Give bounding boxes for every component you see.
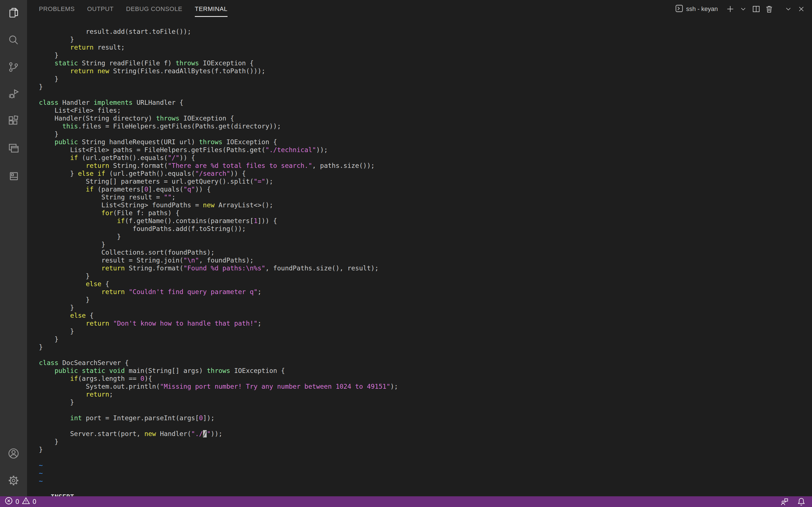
sidebar-item-settings[interactable] <box>0 467 27 495</box>
sidebar-item-search[interactable] <box>0 27 27 54</box>
terminal-dropdown-chevron-icon[interactable] <box>739 4 748 13</box>
terminal-line <box>39 351 398 359</box>
terminal-line: Server.start(port, new Handler(".//")); <box>39 430 398 438</box>
terminal-line: if (url.getPath().equals("/")) { <box>39 154 398 162</box>
terminal-line: public static void main(String[] args) t… <box>39 367 398 375</box>
terminal-line: return; <box>39 390 398 398</box>
terminal-line: return new String(Files.readAllBytes(f.t… <box>39 67 398 75</box>
terminal-line: this.files = FileHelpers.getFiles(Paths.… <box>39 122 398 130</box>
terminal-line: class DocSearchServer { <box>39 359 398 367</box>
feedback-icon[interactable] <box>780 497 789 506</box>
terminal-line: return "Don't know how to handle that pa… <box>39 320 398 327</box>
files-icon <box>7 6 20 20</box>
terminal-line: else { <box>39 312 398 320</box>
split-terminal-icon[interactable] <box>752 4 761 13</box>
terminal-line: } <box>39 438 398 446</box>
debug-bug-icon <box>7 88 20 102</box>
sidebar-item-extensions[interactable] <box>0 108 27 135</box>
terminal-line: return "Couldn't find query parameter q"… <box>39 288 398 296</box>
terminal-session-label: ssh - keyan <box>686 5 718 13</box>
close-panel-icon[interactable] <box>797 4 806 13</box>
container-icon <box>7 169 20 183</box>
terminal-line: } <box>39 36 398 43</box>
warning-icon <box>22 497 30 507</box>
bell-icon[interactable] <box>797 497 806 506</box>
terminal-line <box>39 406 398 414</box>
terminal-line: class Handler implements URLHandler { <box>39 99 398 107</box>
terminal-line: } <box>39 240 398 248</box>
git-branch-icon <box>7 61 20 75</box>
sidebar-item-account[interactable] <box>0 441 27 467</box>
activity-bar <box>0 0 27 496</box>
terminal-line: return String.format("There are %d total… <box>39 162 398 170</box>
kill-terminal-icon[interactable] <box>765 4 774 13</box>
terminal-line: List<File> paths = FileHelpers.getFiles(… <box>39 146 398 154</box>
terminal-line: if(args.length == 0){ <box>39 375 398 383</box>
account-icon <box>7 447 20 461</box>
vim-statusline: -- INSERT -- 74,43 Bot <box>27 485 812 493</box>
terminal-line: System.out.println("Missing port number!… <box>39 383 398 390</box>
terminal-line: List<String> foundPaths = new ArrayList<… <box>39 201 398 209</box>
extensions-icon <box>7 115 20 129</box>
error-count: 0 <box>15 498 19 506</box>
terminal-line: } else if (url.getPath().equals("/search… <box>39 170 398 177</box>
terminal-line: static String readFile(File f) throws IO… <box>39 59 398 67</box>
terminal-line: } <box>39 327 398 335</box>
terminal-output: result.add(start.toFile()); } return res… <box>39 27 398 485</box>
terminal-line: return result; <box>39 43 398 51</box>
terminal-line: String[] parameters = url.getQuery().spl… <box>39 177 398 185</box>
sidebar-item-run-debug[interactable] <box>0 81 27 108</box>
sidebar-item-remote-explorer[interactable] <box>0 135 27 162</box>
terminal-line: } <box>39 272 398 280</box>
terminal-line: result.add(start.toFile()); <box>39 27 398 36</box>
windows-icon <box>7 142 20 156</box>
terminal-line: } <box>39 75 398 83</box>
tab-terminal[interactable]: TERMINAL <box>189 0 234 18</box>
sidebar-item-explorer[interactable] <box>0 0 27 27</box>
terminal-line: return String.format("Found %d paths:\n%… <box>39 264 398 272</box>
terminal-line: } <box>39 304 398 312</box>
tab-output[interactable]: OUTPUT <box>81 0 120 18</box>
error-icon <box>4 497 13 507</box>
terminal-panel: PROBLEMS OUTPUT DEBUG CONSOLE TERMINAL s… <box>27 0 812 496</box>
terminal-line: if (parameters[0].equals("q")) { <box>39 185 398 193</box>
vscode-window: PROBLEMS OUTPUT DEBUG CONSOLE TERMINAL s… <box>0 0 812 507</box>
terminal-line: Handler(String directory) throws IOExcep… <box>39 114 398 122</box>
terminal-line: } <box>39 51 398 59</box>
terminal-cursor: / <box>203 430 207 438</box>
tab-debug-console[interactable]: DEBUG CONSOLE <box>120 0 189 18</box>
terminal-line: result = String.join("\n", foundPaths); <box>39 256 398 264</box>
tab-problems[interactable]: PROBLEMS <box>33 0 81 18</box>
sidebar-item-panel-container[interactable] <box>0 162 27 189</box>
vim-mode-indicator: -- INSERT -- <box>39 493 86 496</box>
terminal-session[interactable]: ssh - keyan <box>675 4 718 14</box>
terminal-line: ~ <box>39 477 398 485</box>
terminal-line: } <box>39 83 398 91</box>
terminal-line: for(File f: paths) { <box>39 209 398 217</box>
terminal-line: } <box>39 398 398 406</box>
terminal-line: ~ <box>39 469 398 477</box>
terminal-line: } <box>39 335 398 343</box>
terminal-line: } <box>39 130 398 138</box>
terminal-line: if(f.getName().contains(parameters[1])) … <box>39 217 398 225</box>
terminal-line: Collections.sort(foundPaths); <box>39 248 398 256</box>
sidebar-item-source-control[interactable] <box>0 54 27 81</box>
terminal-line: } <box>39 343 398 351</box>
terminal-line: int port = Integer.parseInt(args[0]); <box>39 414 398 422</box>
search-icon <box>7 34 20 48</box>
terminal-line: } <box>39 446 398 453</box>
terminal-view[interactable]: result.add(start.toFile()); } return res… <box>27 18 812 496</box>
terminal-line: } <box>39 233 398 240</box>
new-terminal-icon[interactable] <box>726 4 735 13</box>
warning-count: 0 <box>33 498 36 506</box>
terminal-badge-icon <box>675 4 683 14</box>
panel-header: PROBLEMS OUTPUT DEBUG CONSOLE TERMINAL s… <box>27 0 812 18</box>
terminal-line: List<File> files; <box>39 107 398 114</box>
terminal-line <box>39 422 398 430</box>
terminal-line: public String handleRequest(URI url) thr… <box>39 138 398 146</box>
terminal-line: } <box>39 296 398 304</box>
panel-chevron-icon[interactable] <box>784 4 793 13</box>
terminal-line: String result = ""; <box>39 193 398 201</box>
panel-actions: ssh - keyan <box>675 4 812 14</box>
problems-status[interactable]: 0 0 <box>4 497 36 507</box>
